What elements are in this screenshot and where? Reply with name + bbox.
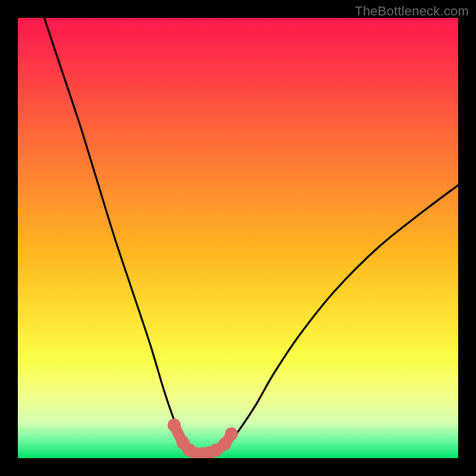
chart-svg bbox=[18, 18, 458, 458]
sweet-spot-markers bbox=[168, 419, 238, 459]
bottleneck-curve bbox=[44, 18, 458, 454]
sweet-spot-dot bbox=[168, 419, 181, 432]
plot-area bbox=[18, 18, 458, 458]
watermark-text: TheBottleneck.com bbox=[355, 4, 469, 19]
sweet-spot-dot bbox=[225, 427, 238, 440]
